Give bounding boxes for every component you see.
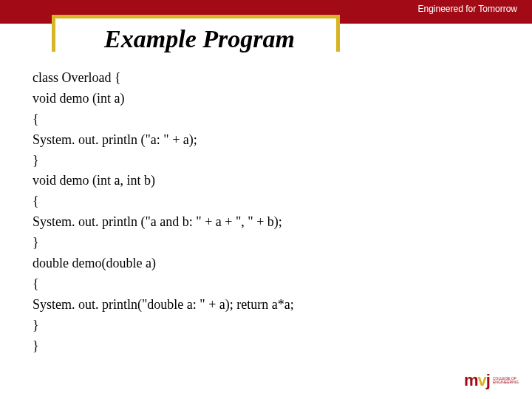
- code-line: System. out. println("double a: " + a); …: [33, 295, 294, 316]
- logo: mvj College of Engineering: [464, 371, 519, 390]
- slide-title: Example Program: [52, 25, 347, 53]
- logo-mark: mvj: [464, 371, 490, 390]
- code-line: }: [33, 233, 294, 253]
- logo-subtext: College of Engineering: [493, 377, 519, 385]
- code-line: }: [33, 336, 294, 357]
- code-line: double demo(double a): [33, 253, 294, 274]
- code-line: class Overload {: [33, 68, 294, 89]
- logo-letter: v: [478, 371, 486, 389]
- code-line: {: [33, 274, 294, 295]
- code-line: }: [33, 316, 294, 336]
- code-line: {: [33, 191, 294, 212]
- logo-letter: j: [486, 371, 490, 389]
- code-line: System. out. println ("a and b: " + a + …: [33, 212, 294, 233]
- code-line: void demo (int a): [33, 89, 294, 109]
- code-block: class Overload { void demo (int a) { Sys…: [33, 68, 294, 356]
- logo-subtext-line: Engineering: [493, 381, 519, 385]
- code-line: }: [33, 151, 294, 171]
- tagline: Engineered for Tomorrow: [417, 4, 517, 14]
- code-line: System. out. println ("a: " + a);: [33, 130, 294, 151]
- logo-letter: m: [464, 371, 478, 389]
- code-line: {: [33, 109, 294, 130]
- code-line: void demo (int a, int b): [33, 171, 294, 191]
